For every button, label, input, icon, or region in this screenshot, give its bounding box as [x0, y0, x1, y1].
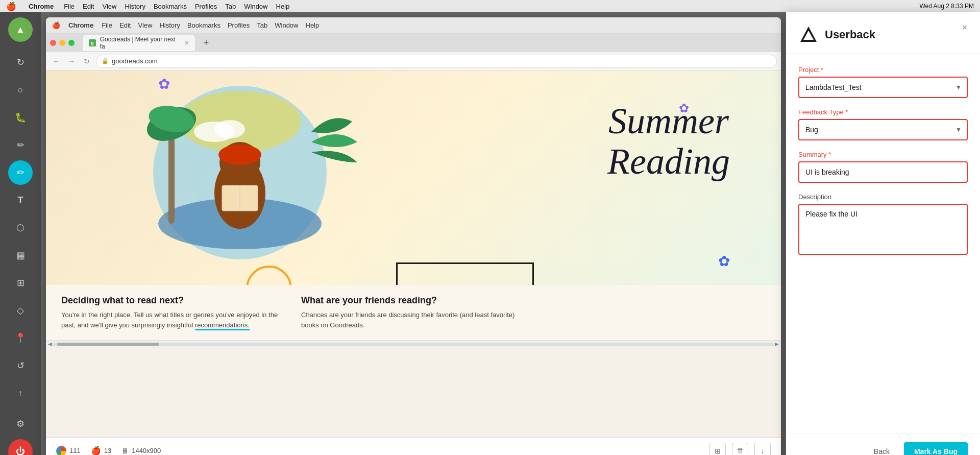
- traffic-light-minimize[interactable]: [59, 40, 65, 46]
- menubar-history[interactable]: History: [125, 3, 145, 10]
- sidebar-top-button[interactable]: ▲: [8, 17, 33, 42]
- address-bar[interactable]: 🔒 goodreads.com: [96, 55, 777, 68]
- description-textarea[interactable]: Please fix the UI: [798, 204, 968, 255]
- refresh-button[interactable]: ↻: [81, 55, 93, 67]
- sidebar-circle-tool[interactable]: ○: [8, 78, 33, 102]
- chrome-tab-active[interactable]: g Goodreads | Meet your next fa ×: [83, 35, 195, 51]
- chrome-titlebar: 🍎 Chrome File Edit View History Bookmark…: [46, 17, 781, 33]
- hero-title-line2: Reading: [607, 141, 730, 182]
- menubar-tab[interactable]: Tab: [225, 3, 236, 10]
- chrome-menu-profiles[interactable]: Profiles: [228, 21, 250, 29]
- sidebar-power-button[interactable]: ⏻: [8, 439, 33, 455]
- sidebar-text-tool[interactable]: T: [8, 188, 33, 212]
- webpage-card-3: [541, 295, 766, 330]
- apple-menu-icon[interactable]: 🍎: [6, 2, 16, 11]
- sidebar-erase-tool[interactable]: ◇: [8, 298, 33, 323]
- menubar-datetime: Wed Aug 2 8:33 PM: [919, 3, 974, 10]
- summary-input[interactable]: [798, 161, 968, 183]
- sidebar-upload-tool[interactable]: ↑: [8, 381, 33, 405]
- project-label: Project *: [798, 66, 968, 74]
- forward-button[interactable]: →: [65, 55, 78, 67]
- hero-title: Summer Reading: [607, 101, 730, 182]
- chrome-apple-icon: 🍎: [52, 21, 60, 29]
- back-button[interactable]: Back: [866, 443, 898, 455]
- menubar-profiles[interactable]: Profiles: [195, 3, 217, 10]
- menubar-right: Wed Aug 2 8:33 PM: [919, 3, 974, 10]
- chrome-menu-tab[interactable]: Tab: [257, 21, 267, 29]
- summary-field: Summary *: [798, 151, 968, 183]
- chrome-menu-history[interactable]: History: [159, 21, 180, 29]
- scrollbar-thumb[interactable]: [57, 343, 159, 346]
- sidebar-rotate-tool[interactable]: ↻: [8, 50, 33, 75]
- traffic-light-close[interactable]: [50, 40, 56, 46]
- url-text: goodreads.com: [112, 57, 158, 65]
- sidebar-screen-tool[interactable]: ▦: [8, 243, 33, 268]
- chrome-menu-file[interactable]: File: [102, 21, 112, 29]
- userback-header: Userback: [786, 12, 980, 54]
- userback-footer: Back Mark As Bug: [786, 434, 980, 455]
- feedback-type-field: Feedback Type * Bug Feature Request Gene…: [798, 108, 968, 140]
- sidebar-cube-tool[interactable]: ⬡: [8, 215, 33, 240]
- chrome-menu-bookmarks[interactable]: Bookmarks: [187, 21, 220, 29]
- scroll-right-arrow[interactable]: ▶: [775, 341, 779, 347]
- chrome-app-name: Chrome: [68, 21, 93, 29]
- sidebar-bug-tool[interactable]: 🐛: [8, 105, 33, 130]
- card2-title: What are your friends reading?: [301, 295, 526, 306]
- feedback-type-select-wrapper: Bug Feature Request General ▼: [798, 119, 968, 140]
- scroll-left-arrow[interactable]: ◀: [48, 341, 52, 347]
- annotation-rectangle: [396, 262, 534, 285]
- menubar-items: File Edit View History Bookmarks Profile…: [64, 3, 289, 10]
- card1-text: You're in the right place. Tell us what …: [61, 310, 286, 330]
- decoration-flower-bottom-right: ✿: [718, 253, 730, 270]
- chrome-menu-window[interactable]: Window: [275, 21, 298, 29]
- sidebar-pin-tool[interactable]: 📍: [8, 326, 33, 350]
- chrome-menu-edit[interactable]: Edit: [119, 21, 131, 29]
- menubar-view[interactable]: View: [102, 3, 116, 10]
- project-select[interactable]: LambdaTest_Test Other Project: [798, 77, 968, 98]
- card2-text: Chances are your friends are discussing …: [301, 310, 526, 330]
- chrome-count: 111: [69, 447, 81, 454]
- userback-logo: [798, 25, 819, 45]
- userback-panel: × Userback Project * LambdaTest_Test Oth…: [786, 12, 980, 455]
- share-button[interactable]: ⇈: [732, 443, 748, 456]
- browser-scrollbar: ◀ ▶: [46, 340, 781, 347]
- description-label: Description: [798, 193, 968, 201]
- browser-container: 🍎 Chrome File Edit View History Bookmark…: [41, 12, 786, 455]
- chrome-menu-help[interactable]: Help: [306, 21, 320, 29]
- mark-as-bug-button[interactable]: Mark As Bug: [904, 442, 968, 455]
- svg-point-7: [218, 145, 261, 165]
- sidebar-undo-tool[interactable]: ↺: [8, 353, 33, 378]
- traffic-light-fullscreen[interactable]: [68, 40, 75, 46]
- new-tab-button[interactable]: +: [199, 36, 213, 50]
- userback-close-button[interactable]: ×: [958, 20, 972, 35]
- menubar-window[interactable]: Window: [244, 3, 267, 10]
- sidebar-highlight-tool[interactable]: ✏: [8, 160, 33, 185]
- feedback-type-select[interactable]: Bug Feature Request General: [798, 119, 968, 140]
- chrome-menu-view[interactable]: View: [138, 21, 152, 29]
- back-button[interactable]: ←: [50, 55, 62, 67]
- userback-form: Project * LambdaTest_Test Other Project …: [786, 54, 980, 434]
- card1-title: Deciding what to read next?: [61, 295, 286, 306]
- feedback-type-label: Feedback Type *: [798, 108, 968, 116]
- menubar-file[interactable]: File: [64, 3, 75, 10]
- macos-menubar: 🍎 Chrome File Edit View History Bookmark…: [0, 0, 980, 12]
- menubar-help[interactable]: Help: [276, 3, 290, 10]
- webpage-content: ✿ ✿ ✿: [46, 70, 781, 437]
- download-button[interactable]: ↓: [754, 443, 771, 456]
- userback-title: Userback: [825, 28, 875, 41]
- sidebar-pen-tool[interactable]: ✏: [8, 133, 33, 157]
- sidebar-layer-tool[interactable]: ⊞: [8, 271, 33, 295]
- lock-icon: 🔒: [102, 58, 109, 64]
- tab-close-button[interactable]: ×: [185, 39, 189, 47]
- sidebar-settings-tool[interactable]: ⚙: [8, 412, 33, 436]
- screenshot-button[interactable]: ⊞: [709, 443, 726, 456]
- chrome-tab-bar: g Goodreads | Meet your next fa × +: [46, 33, 781, 52]
- webpage-hero: ✿ ✿ ✿: [46, 70, 781, 285]
- resolution-stat: 🖥 1440x900: [121, 447, 161, 455]
- menubar-bookmarks[interactable]: Bookmarks: [154, 3, 187, 10]
- menubar-edit[interactable]: Edit: [83, 3, 94, 10]
- bottom-actions: ⊞ ⇈ ↓: [709, 443, 771, 456]
- hero-illustration: [138, 81, 368, 275]
- menubar-app-name[interactable]: Chrome: [29, 3, 54, 10]
- scrollbar-track[interactable]: [52, 343, 775, 346]
